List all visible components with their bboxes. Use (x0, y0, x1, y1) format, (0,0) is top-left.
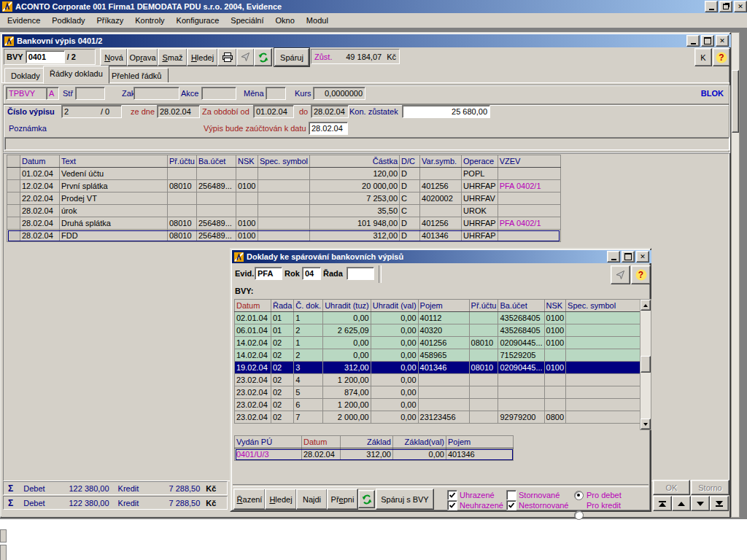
column-header[interactable]: Datum (302, 436, 341, 448)
scrollbar-thumb[interactable] (640, 356, 651, 373)
sparuj-button[interactable]: Spáruj (274, 48, 309, 66)
column-header[interactable]: Ba.účet (197, 155, 236, 168)
column-header[interactable]: Ba.účet (498, 300, 544, 312)
table-row[interactable]: 14.02.040210,000,004012560801002090445..… (235, 337, 649, 349)
dialog-maximize-icon[interactable] (622, 251, 635, 262)
column-header[interactable]: Text (60, 155, 168, 168)
rok-input[interactable]: 04 (302, 267, 321, 280)
table-row-current[interactable]: 0401/U/328.02.04312,000,00401346 (235, 448, 514, 461)
dialog-close-icon[interactable]: ✕ (636, 251, 649, 262)
prepni-button[interactable]: Přepni (327, 489, 358, 510)
poznamka-input[interactable] (4, 137, 729, 150)
column-header[interactable]: VZEV (498, 155, 560, 168)
docwin-maximize-icon[interactable] (701, 35, 714, 47)
table-row[interactable]: 02.01.040110,000,00401124352684050100 (235, 312, 649, 324)
table-row[interactable]: 23.02.040261 200,000,00 (235, 399, 649, 411)
print-button[interactable] (217, 48, 237, 66)
column-header[interactable]: Var.symb. (420, 155, 462, 168)
scrollbar-thumb[interactable] (732, 70, 739, 133)
column-header[interactable]: Pojem (418, 300, 469, 312)
column-header[interactable]: Pojem (446, 436, 514, 448)
scroll-down-icon[interactable] (640, 419, 651, 429)
rada-input[interactable] (347, 267, 374, 280)
docwin-help-button[interactable]: ? (713, 48, 730, 66)
menu-item-kontroly[interactable]: Kontroly (129, 14, 170, 27)
dialog-point-button[interactable] (611, 265, 630, 284)
table-row[interactable]: 28.02.04úrok35,50CUROK (7, 205, 561, 217)
dialog-refresh-button[interactable] (358, 490, 375, 508)
table-row-selected[interactable]: 19.02.04023312,000,004013460801002090445… (235, 362, 649, 374)
column-header[interactable]: Datum (20, 155, 60, 168)
documents-scrollbar[interactable] (640, 299, 651, 430)
mdi-scrollbar[interactable] (731, 32, 740, 518)
do-input[interactable]: 28.02.04 (311, 105, 349, 118)
row-selector[interactable] (7, 230, 20, 242)
column-header[interactable]: Uhradit (tuz) (323, 300, 371, 312)
kon-zustatek-input[interactable]: 25 680,00 (402, 105, 490, 118)
column-header[interactable]: Základ(val) (393, 436, 446, 448)
first-record-button[interactable] (653, 496, 672, 511)
menu-item-prikazy[interactable]: Příkazy (91, 14, 130, 27)
tab-radky-dokladu[interactable]: Řádky dokladu (43, 66, 109, 84)
menu-item-evidence[interactable]: Evidence (1, 14, 46, 27)
column-header[interactable]: Základ (341, 436, 393, 448)
k-button[interactable]: K (694, 48, 712, 66)
razeni-button[interactable]: Řazení (233, 489, 266, 510)
column-header[interactable]: NSK (544, 300, 565, 312)
cislo-vypisu-input[interactable]: 2 / 0 (61, 105, 122, 118)
column-header[interactable]: Vydán PÚ (235, 436, 302, 448)
row-selector[interactable] (7, 180, 20, 192)
table-row[interactable]: 23.02.040241 200,000,00 (235, 374, 649, 386)
table-row[interactable]: 12.02.04První splátka08010256489...01002… (7, 180, 561, 192)
table-row[interactable]: 01.02.04Vedení účtu120,00DPOPL (7, 168, 561, 180)
previous-record-button[interactable] (672, 496, 691, 511)
od-input[interactable]: 01.02.04 (253, 105, 294, 118)
column-header[interactable]: Částka (310, 155, 400, 168)
next-record-button[interactable] (691, 496, 710, 511)
row-selector[interactable] (7, 192, 20, 205)
column-header[interactable]: Operace (462, 155, 498, 168)
nestornovane-checkbox[interactable] (506, 500, 516, 510)
bvy-number-input[interactable]: 0401 (26, 50, 65, 63)
column-header[interactable]: NSK (236, 155, 258, 168)
evid-input[interactable]: PFA (255, 267, 282, 280)
ze-dne-input[interactable]: 28.02.04 (157, 105, 200, 118)
zauctovan-date-input[interactable]: 28.02.04 (309, 122, 348, 135)
doc-type-field[interactable]: TPBVY (6, 87, 48, 100)
kurs-input[interactable]: 0,0000000 (313, 87, 365, 100)
zak-input[interactable] (133, 87, 179, 100)
ok-button[interactable]: OK (653, 480, 690, 495)
column-header[interactable]: Č. dok. (294, 300, 323, 312)
hledej-button[interactable]: Hledej (187, 48, 218, 66)
stornovane-checkbox[interactable] (506, 490, 516, 500)
docwin-minimize-icon[interactable] (686, 35, 700, 47)
column-header[interactable]: Řada (271, 300, 294, 312)
menu-item-specialni[interactable]: Speciální (225, 14, 269, 27)
menu-item-podklady[interactable]: Podklady (46, 14, 90, 27)
last-record-button[interactable] (710, 496, 729, 511)
flag-field[interactable]: A (46, 87, 59, 100)
table-row[interactable]: 22.02.04Prodej VT7 253,00C4020002UHRFAV (7, 192, 561, 205)
minimize-icon[interactable] (705, 1, 718, 12)
mena-input[interactable] (266, 87, 286, 100)
row-selector[interactable] (7, 168, 20, 180)
dialog-help-button[interactable]: ? (631, 265, 651, 284)
neuhrazene-checkbox[interactable] (447, 500, 457, 510)
str-input[interactable] (75, 87, 105, 100)
table-row-current[interactable]: 28.02.04FDD08010256489...0100312,00D4013… (7, 230, 561, 242)
column-header[interactable]: Př.účtu (168, 155, 197, 168)
table-row[interactable]: 23.02.040272 000,000,0023123456929792000… (235, 411, 649, 424)
row-selector[interactable] (7, 217, 20, 230)
column-header[interactable]: Spec. symbol (258, 155, 310, 168)
smaz-button[interactable]: Smaž (158, 48, 187, 66)
nova-button[interactable]: Nová (100, 48, 128, 66)
menu-item-modul[interactable]: Modul (301, 14, 334, 27)
column-header[interactable]: Spec. symbol (566, 300, 649, 312)
sparuj-s-bvy-button[interactable]: Spáruj s BVY (376, 489, 434, 510)
pro-kredit-radio[interactable] (574, 510, 584, 520)
menu-item-konfigurace[interactable]: Konfigurace (171, 14, 225, 27)
tab-prehled-radku[interactable]: Přehled řádků (105, 68, 169, 84)
scroll-up-icon[interactable] (640, 300, 651, 311)
column-header[interactable]: Datum (235, 300, 271, 312)
dialog-minimize-icon[interactable] (607, 251, 620, 262)
